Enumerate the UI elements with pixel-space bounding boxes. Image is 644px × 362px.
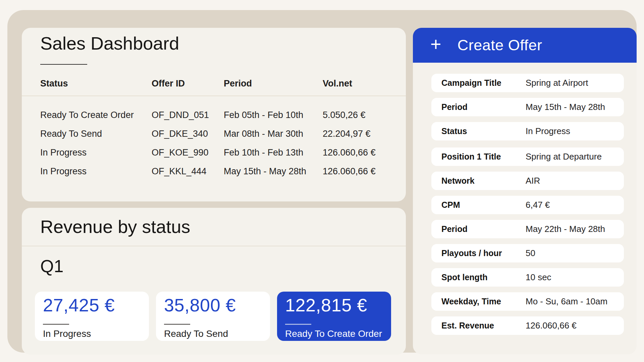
field-value: 50 [526, 248, 535, 258]
create-offer-title: Create Offer [458, 37, 542, 54]
revenue-stats-row: 27,425 € In Progress 35,800 € Ready To S… [35, 292, 391, 341]
offers-table-header: Status Offer ID Period Vol.net [22, 77, 406, 89]
stat-value: 122,815 € [285, 294, 367, 316]
field-value: 126.060,66 € [526, 320, 577, 331]
cell-period: Mar 08th - Mar 30th [224, 129, 323, 139]
stat-underline [285, 324, 311, 325]
revenue-card-divider [22, 246, 406, 246]
field-label: Campaign Title [441, 78, 526, 88]
field-value: May 22th - May 28th [526, 224, 605, 234]
plus-icon: + [430, 35, 441, 56]
field-value: AIR [526, 176, 540, 186]
field-weekday-time[interactable]: Weekday, Time Mo - Su, 6am - 10am [431, 292, 624, 311]
column-header-vol-net: Vol.net [323, 78, 387, 89]
field-spot-length[interactable]: Spot length 10 sec [431, 268, 624, 287]
field-value: May 15th - May 28th [526, 102, 605, 112]
table-row[interactable]: Ready To Send OF_DKE_340 Mar 08th - Mar … [22, 124, 406, 143]
field-label: Position 1 Title [441, 152, 526, 162]
field-label: Spot length [441, 273, 526, 282]
column-header-offer-id: Offer ID [152, 78, 224, 89]
field-status[interactable]: Status In Progress [431, 122, 624, 140]
sales-dashboard-app: Sales Dashboard Status Offer ID Period V… [0, 0, 644, 362]
field-label: CPM [441, 200, 526, 210]
field-est-revenue[interactable]: Est. Revenue 126.060,66 € [431, 316, 624, 335]
field-value: Spring at Airport [526, 78, 588, 88]
field-label: Period [441, 102, 526, 112]
field-value: In Progress [526, 126, 570, 136]
stat-value: 35,800 € [164, 294, 236, 316]
table-row[interactable]: In Progress OF_KKL_444 May 15th - May 28… [22, 162, 406, 181]
field-label: Weekday, Time [441, 297, 526, 306]
cell-status: In Progress [40, 166, 152, 177]
field-position-1-title[interactable]: Position 1 Title Spring at Departure [431, 147, 624, 166]
cell-status: In Progress [40, 147, 152, 158]
cell-vol-net: 22.204,97 € [323, 129, 387, 139]
field-value: 10 sec [526, 272, 551, 283]
quarter-label: Q1 [40, 256, 63, 277]
stat-underline [43, 324, 69, 325]
create-offer-button[interactable]: + Create Offer [413, 28, 637, 63]
cell-period: May 15th - May 28th [224, 166, 323, 177]
title-underline [40, 64, 87, 65]
stat-label: Ready To Send [164, 328, 228, 339]
field-period[interactable]: Period May 15th - May 28th [431, 98, 624, 116]
stat-label: Ready To Create Order [285, 328, 382, 339]
cell-period: Feb 10th - Feb 13th [224, 147, 323, 158]
stat-label: In Progress [43, 328, 91, 339]
field-network[interactable]: Network AIR [431, 172, 624, 190]
cell-offer-id: OF_DND_051 [152, 110, 224, 120]
create-offer-form: Campaign Title Spring at Airport Period … [413, 63, 637, 354]
cell-offer-id: OF_KKL_444 [152, 166, 224, 177]
table-header-divider [22, 96, 406, 96]
cell-vol-net: 5.050,26 € [323, 110, 387, 120]
field-value: Mo - Su, 6am - 10am [526, 296, 607, 307]
revenue-by-status-card: Revenue by status Q1 27,425 € In Progres… [22, 208, 406, 355]
create-offer-panel: + Create Offer Campaign Title Spring at … [413, 28, 637, 354]
field-label: Status [441, 126, 526, 136]
table-row[interactable]: Ready To Create Order OF_DND_051 Feb 05t… [22, 106, 406, 124]
stat-card-ready-to-send[interactable]: 35,800 € Ready To Send [156, 292, 270, 341]
stat-value: 27,425 € [43, 294, 115, 316]
cell-vol-net: 126.060,66 € [323, 147, 387, 158]
field-label: Playouts / hour [441, 248, 526, 258]
cell-vol-net: 126.060,66 € [323, 166, 387, 177]
field-label: Network [441, 176, 526, 186]
revenue-card-title: Revenue by status [40, 216, 190, 238]
app-shell: Sales Dashboard Status Offer ID Period V… [7, 10, 637, 353]
field-position-period[interactable]: Period May 22th - May 28th [431, 220, 624, 238]
cell-period: Feb 05th - Feb 10th [224, 110, 323, 120]
stat-card-ready-to-create-order[interactable]: 122,815 € Ready To Create Order [277, 292, 391, 341]
sales-dashboard-card: Sales Dashboard Status Offer ID Period V… [22, 28, 406, 201]
field-campaign-title[interactable]: Campaign Title Spring at Airport [431, 74, 624, 92]
field-label: Est. Revenue [441, 321, 526, 330]
cell-offer-id: OF_DKE_340 [152, 129, 224, 139]
cell-offer-id: OF_KOE_990 [152, 147, 224, 158]
cell-status: Ready To Send [40, 129, 152, 139]
offer-general-section: Campaign Title Spring at Airport Period … [431, 74, 624, 140]
stat-underline [164, 324, 190, 325]
field-value: 6,47 € [526, 200, 550, 210]
cell-status: Ready To Create Order [40, 110, 152, 120]
table-row[interactable]: In Progress OF_KOE_990 Feb 10th - Feb 13… [22, 143, 406, 162]
column-header-status: Status [40, 78, 152, 89]
field-cpm[interactable]: CPM 6,47 € [431, 196, 624, 214]
field-value: Spring at Departure [526, 152, 602, 162]
page-title: Sales Dashboard [40, 33, 179, 54]
field-playouts-per-hour[interactable]: Playouts / hour 50 [431, 244, 624, 262]
offer-position-section: Position 1 Title Spring at Departure Net… [431, 147, 624, 335]
stat-card-in-progress[interactable]: 27,425 € In Progress [35, 292, 149, 341]
column-header-period: Period [224, 78, 323, 89]
field-label: Period [441, 224, 526, 234]
